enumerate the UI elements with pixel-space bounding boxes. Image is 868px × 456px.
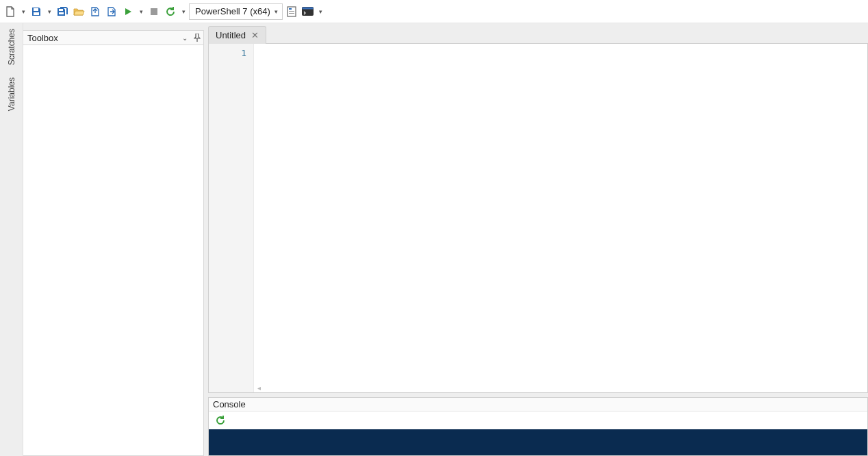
svg-rect-6 [289,8,292,10]
runtime-selector-label: PowerShell 7 (x64) [195,6,270,16]
console-restart-button[interactable] [213,413,228,428]
toolbox-collapse-button[interactable]: ⌄ [179,34,191,42]
stop-button[interactable] [146,4,162,19]
editor-tab-untitled[interactable]: Untitled ✕ [208,26,266,44]
main-area: Scratches Variables Toolbox ⌄ Untitled ✕ [0,23,868,456]
side-tab-variables[interactable]: Variables [5,75,18,114]
toolbox-grip[interactable] [62,35,179,40]
side-tabstrip: Scratches Variables [0,23,23,456]
svg-rect-3 [59,12,64,14]
terminal-dropdown[interactable]: ▾ [317,8,325,15]
code-editor[interactable]: 1 ◂ [208,44,868,393]
editor-console-area: Untitled ✕ 1 ◂ Console [208,23,868,456]
runtime-selector[interactable]: PowerShell 7 (x64) ▾ [189,3,283,20]
save-dropdown[interactable]: ▾ [45,8,53,15]
new-file-dropdown[interactable]: ▾ [19,8,27,15]
side-tab-scratches[interactable]: Scratches [5,26,18,68]
console-panel: Console [208,397,868,456]
svg-rect-7 [289,11,294,12]
main-toolbar: ▾ ▾ ▾ ▾ PowerShell 7 (x64) ▾ ▾ [0,0,868,23]
console-toolbar [209,411,867,429]
restart-dropdown[interactable]: ▾ [179,8,188,15]
toolbox-title: Toolbox [27,33,62,43]
import-button[interactable] [88,4,103,19]
svg-rect-4 [151,8,157,15]
console-title: Console [213,399,250,409]
svg-rect-2 [59,9,63,11]
svg-rect-0 [34,8,38,11]
editor-tab-label: Untitled [216,30,246,40]
svg-rect-8 [289,13,294,14]
run-dropdown[interactable]: ▾ [137,8,145,15]
scroll-left-icon[interactable]: ◂ [254,383,264,392]
toolbox-pin-button[interactable] [191,34,203,42]
new-file-button[interactable] [3,4,18,19]
toolbox-body [23,45,204,456]
save-button[interactable] [29,4,44,19]
console-output[interactable] [209,429,867,455]
svg-rect-10 [303,7,314,9]
editor-body[interactable]: ◂ [254,44,867,392]
save-all-button[interactable] [55,4,70,19]
line-number-gutter: 1 [209,44,254,392]
properties-button[interactable] [284,4,299,19]
toolbox-panel: Toolbox ⌄ [23,23,204,456]
close-icon[interactable]: ✕ [251,30,259,40]
line-number: 1 [209,48,246,58]
restart-button[interactable] [163,4,178,19]
toolbox-header: Toolbox ⌄ [23,30,204,45]
open-folder-button[interactable] [71,4,86,19]
editor-tabstrip: Untitled ✕ [208,23,868,44]
console-header: Console [209,398,867,411]
console-grip[interactable] [250,402,867,407]
run-button[interactable] [120,4,136,19]
svg-rect-1 [34,12,39,15]
chevron-down-icon: ▾ [275,8,279,15]
export-button[interactable] [104,4,119,19]
terminal-button[interactable] [301,4,316,19]
